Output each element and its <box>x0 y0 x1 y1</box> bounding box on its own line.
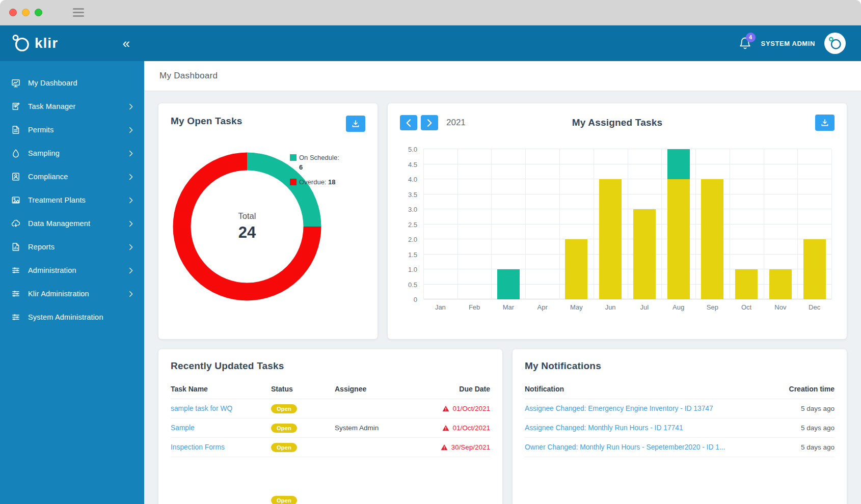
bar-aug <box>667 149 690 299</box>
chevron-left-icon <box>406 119 411 127</box>
sidebar-item-label: Administration <box>28 266 76 274</box>
chevron-right-icon <box>129 103 133 110</box>
sidebar-collapse-button[interactable]: « <box>120 36 133 51</box>
sidebar-item-klir-administration[interactable]: Klir Administration <box>0 282 144 305</box>
status-badge: Open <box>271 443 297 452</box>
sidebar-item-my-dashboard[interactable]: My Dashboard <box>0 71 144 95</box>
legend-item-on-schedule: On Schedule: 6 <box>290 153 342 173</box>
sidebar-item-label: Treatment Plants <box>28 196 86 204</box>
avatar-logo-icon <box>828 36 842 50</box>
x-axis-tick-label: Dec <box>797 303 831 311</box>
sliders-icon <box>11 313 20 322</box>
notification-link[interactable]: Owner Changed: Monthly Run Hours - Sepet… <box>525 443 758 451</box>
y-axis-tick-label: 0.5 <box>408 281 417 288</box>
sidebar-item-permits[interactable]: Permits <box>0 118 144 142</box>
y-axis-tick-label: 5.0 <box>408 146 417 153</box>
sliders-icon <box>11 266 20 275</box>
donut-center-label: Total <box>238 211 256 221</box>
sidebar-item-administration[interactable]: Administration <box>0 259 144 282</box>
notifications-bell-button[interactable]: 4 <box>738 37 752 50</box>
x-axis-tick-label: Nov <box>764 303 798 311</box>
menu-icon[interactable] <box>73 8 84 17</box>
prev-year-button[interactable] <box>400 115 417 130</box>
legend-item-overdue: Overdue: 18 <box>290 178 342 187</box>
minimize-window-button[interactable] <box>22 9 30 16</box>
page-title: My Dashboard <box>159 71 218 81</box>
task-name-link[interactable]: Sample <box>171 424 271 432</box>
tasks-icon <box>11 102 20 111</box>
sidebar-item-data-management[interactable]: Data Management <box>0 212 144 235</box>
legend-text: On Schedule: 6 <box>299 153 342 173</box>
legend-text: Overdue: 18 <box>299 178 336 187</box>
brand-name: klir <box>35 35 58 51</box>
chevron-right-icon <box>129 220 133 227</box>
sidebar-item-label: Data Management <box>28 219 90 228</box>
column-due-date: Due Date <box>421 385 490 393</box>
report-icon <box>11 242 20 251</box>
sidebar-item-compliance[interactable]: Compliance <box>0 165 144 188</box>
close-window-button[interactable] <box>9 9 17 16</box>
zoom-window-button[interactable] <box>35 9 42 16</box>
sidebar-item-label: My Dashboard <box>28 79 77 87</box>
sidebar-item-label: System Administration <box>28 313 103 321</box>
dashboard-icon <box>11 78 20 88</box>
legend-swatch-overdue <box>290 179 297 185</box>
x-axis-tick-label: May <box>559 303 594 311</box>
bar-oct <box>735 269 758 299</box>
download-open-tasks-button[interactable] <box>346 116 365 132</box>
x-axis-tick-label: Aug <box>661 303 695 311</box>
warning-icon <box>442 405 449 412</box>
x-axis-tick-label: Apr <box>525 303 559 311</box>
legend-swatch-on-schedule <box>290 154 297 161</box>
task-name-link[interactable]: sample task for WQ <box>171 405 271 412</box>
sidebar-item-treatment-plants[interactable]: Treatment Plants <box>0 188 144 212</box>
table-row: Assignee Changed: Emergency Engine Inven… <box>525 399 835 418</box>
y-axis-tick-label: 4.0 <box>408 176 417 183</box>
chevron-right-icon <box>129 174 133 180</box>
download-assigned-tasks-button[interactable] <box>815 115 835 131</box>
due-date: 30/Sep/2021 <box>451 443 490 451</box>
x-axis-tick-label: Jan <box>423 303 458 311</box>
notification-time: 5 days ago <box>758 405 835 412</box>
header-actions: 4 SYSTEM ADMIN <box>144 25 861 61</box>
task-name-link[interactable]: Inspection Forms <box>171 443 271 451</box>
open-tasks-title: My Open Tasks <box>171 116 243 127</box>
sidebar-item-label: Klir Administration <box>28 290 89 298</box>
column-notification: Notification <box>525 385 758 393</box>
status-badge: Open <box>271 424 297 433</box>
chevron-right-icon <box>129 291 133 297</box>
notification-link[interactable]: Assignee Changed: Emergency Engine Inven… <box>525 405 758 412</box>
chevron-right-icon <box>129 197 133 204</box>
sidebar-item-system-administration[interactable]: System Administration <box>0 305 144 329</box>
due-date-cell: 01/Oct/2021 <box>421 424 490 432</box>
document-icon <box>11 125 20 134</box>
sidebar-item-reports[interactable]: Reports <box>0 235 144 259</box>
sidebar-item-sampling[interactable]: Sampling <box>0 142 144 165</box>
klir-logo[interactable]: klir <box>11 34 58 53</box>
next-year-button[interactable] <box>421 115 438 130</box>
table-row: Owner Changed: Monthly Run Hours - Sepet… <box>525 438 835 457</box>
user-name[interactable]: SYSTEM ADMIN <box>761 40 815 47</box>
column-creation-time: Creation time <box>758 385 835 393</box>
notification-link[interactable]: Assignee Changed: Monthly Run Hours - ID… <box>525 424 758 432</box>
x-axis-tick-label: Feb <box>458 303 492 311</box>
table-row: Open <box>171 491 490 504</box>
avatar[interactable] <box>824 33 846 54</box>
y-axis-tick-label: 1.5 <box>408 250 417 258</box>
bar-jul <box>633 209 656 299</box>
due-date-cell: 01/Oct/2021 <box>421 405 490 412</box>
table-row: Inspection Forms Open 30/Sep/2021 <box>171 438 490 457</box>
bar-may <box>565 239 587 299</box>
chevron-right-icon <box>129 244 133 250</box>
chevron-right-icon <box>129 267 133 274</box>
x-axis-labels: JanFebMarAprMayJunJulAugSepOctNovDec <box>423 303 831 311</box>
bar-sep <box>701 179 723 299</box>
notification-time: 5 days ago <box>758 424 835 432</box>
donut-center-value: 24 <box>238 223 256 242</box>
notification-count-badge: 4 <box>746 33 756 42</box>
table-spacer <box>171 457 490 491</box>
top-header-bar: klir « 4 SYSTEM ADMIN <box>0 25 861 61</box>
y-axis-tick-label: 2.5 <box>408 220 417 228</box>
sidebar-item-task-manager[interactable]: Task Manager <box>0 95 144 118</box>
logo-zone: klir « <box>0 25 144 61</box>
